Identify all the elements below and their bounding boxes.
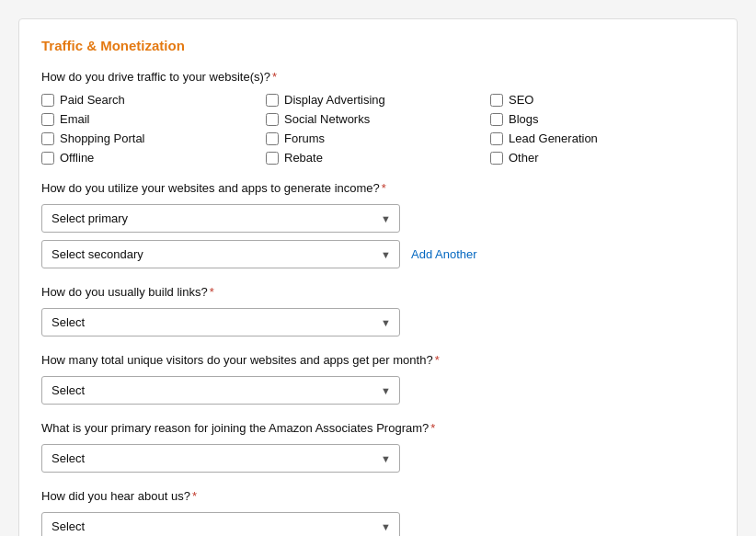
checkbox-display-advertising-input[interactable]	[266, 94, 279, 107]
checkbox-other-label: Other	[509, 151, 539, 165]
checkbox-rebate[interactable]: Rebate	[266, 151, 490, 165]
card-title: Traffic & Monetization	[41, 38, 715, 53]
traffic-section: How do you drive traffic to your website…	[41, 70, 715, 165]
checkbox-display-advertising[interactable]: Display Advertising	[266, 93, 490, 107]
reason-label: What is your primary reason for joining …	[41, 421, 715, 435]
checkbox-seo[interactable]: SEO	[490, 93, 715, 107]
hear-select[interactable]: Select	[41, 512, 400, 536]
primary-select[interactable]: Select primary	[41, 204, 400, 233]
checkbox-paid-search-label: Paid Search	[60, 93, 125, 107]
checkbox-paid-search-input[interactable]	[41, 94, 54, 107]
hear-label: How did you hear about us?*	[41, 489, 715, 503]
checkbox-forums-label: Forums	[284, 131, 325, 145]
secondary-select-wrapper: Select secondary ▼	[41, 240, 400, 268]
checkbox-social-networks-label: Social Networks	[284, 112, 370, 126]
checkbox-blogs-input[interactable]	[490, 113, 503, 126]
checkbox-seo-label: SEO	[509, 93, 533, 107]
links-select-wrapper: Select ▼	[41, 308, 400, 336]
checkbox-forums[interactable]: Forums	[266, 131, 490, 145]
secondary-dropdown-row: Select secondary ▼ Add Another	[41, 240, 715, 268]
income-label: How do you utilize your websites and app…	[41, 181, 715, 195]
traffic-monetization-card: Traffic & Monetization How do you drive …	[18, 18, 738, 536]
checkbox-offline-label: Offline	[60, 151, 94, 165]
checkbox-lead-generation-label: Lead Generation	[509, 131, 598, 145]
checkbox-blogs-label: Blogs	[509, 112, 539, 126]
checkbox-blogs[interactable]: Blogs	[490, 112, 715, 126]
checkbox-paid-search[interactable]: Paid Search	[41, 93, 266, 107]
primary-dropdown-row: Select primary ▼	[41, 204, 715, 233]
visitors-section: How many total unique visitors do your w…	[41, 353, 715, 405]
visitors-select[interactable]: Select	[41, 376, 400, 405]
checkbox-rebate-input[interactable]	[266, 152, 279, 165]
checkbox-display-advertising-label: Display Advertising	[284, 93, 385, 107]
checkbox-email[interactable]: Email	[41, 112, 266, 126]
checkbox-offline[interactable]: Offline	[41, 151, 266, 165]
visitors-select-wrapper: Select ▼	[41, 376, 400, 405]
visitors-label: How many total unique visitors do your w…	[41, 353, 715, 367]
reason-select-wrapper: Select ▼	[41, 444, 400, 473]
reason-select-container: Select ▼	[41, 444, 715, 473]
checkbox-offline-input[interactable]	[41, 152, 54, 165]
checkbox-shopping-portal-input[interactable]	[41, 132, 54, 145]
checkbox-lead-generation-input[interactable]	[490, 132, 503, 145]
checkbox-email-label: Email	[60, 112, 90, 126]
traffic-checkbox-grid: Paid Search Display Advertising SEO Emai…	[41, 93, 715, 165]
checkbox-forums-input[interactable]	[266, 132, 279, 145]
checkbox-seo-input[interactable]	[490, 94, 503, 107]
reason-select[interactable]: Select	[41, 444, 400, 473]
traffic-label: How do you drive traffic to your website…	[41, 70, 715, 84]
checkbox-other-input[interactable]	[490, 152, 503, 165]
hear-section: How did you hear about us?* Select ▼	[41, 489, 715, 536]
checkbox-email-input[interactable]	[41, 113, 54, 126]
reason-section: What is your primary reason for joining …	[41, 421, 715, 473]
checkbox-other[interactable]: Other	[490, 151, 715, 165]
hear-select-container: Select ▼	[41, 512, 715, 536]
secondary-select[interactable]: Select secondary	[41, 240, 400, 268]
hear-select-wrapper: Select ▼	[41, 512, 400, 536]
visitors-select-container: Select ▼	[41, 376, 715, 405]
income-section: How do you utilize your websites and app…	[41, 181, 715, 268]
links-select-container: Select ▼	[41, 308, 715, 336]
checkbox-rebate-label: Rebate	[284, 151, 323, 165]
checkbox-shopping-portal-label: Shopping Portal	[60, 131, 145, 145]
links-section: How do you usually build links?* Select …	[41, 285, 715, 336]
checkbox-shopping-portal[interactable]: Shopping Portal	[41, 131, 266, 145]
checkbox-social-networks[interactable]: Social Networks	[266, 112, 490, 126]
checkbox-lead-generation[interactable]: Lead Generation	[490, 131, 715, 145]
links-label: How do you usually build links?*	[41, 285, 715, 299]
add-another-link[interactable]: Add Another	[411, 247, 477, 261]
primary-select-wrapper: Select primary ▼	[41, 204, 400, 233]
links-select[interactable]: Select	[41, 308, 400, 336]
checkbox-social-networks-input[interactable]	[266, 113, 279, 126]
